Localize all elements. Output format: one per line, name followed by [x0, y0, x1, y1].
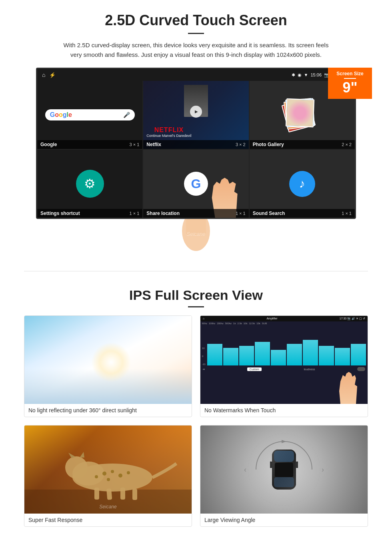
- netflix-brand: NETFLIX: [146, 126, 191, 134]
- view-arrow-left: ‹: [244, 466, 246, 474]
- caption-cheetah: Super Fast Response: [24, 514, 192, 526]
- caption-amplifier: No Watermarks When Touch: [200, 404, 368, 417]
- usb-icon: ⚡: [49, 72, 56, 78]
- share-label: Share location 1 × 1: [143, 209, 248, 218]
- settings-label: Settings shortcut 1 × 1: [37, 209, 142, 218]
- netflix-app-name: Netflix: [146, 142, 161, 147]
- svg-rect-24: [274, 477, 294, 487]
- netflix-label: Netflix 3 × 2: [143, 140, 248, 149]
- svg-rect-26: [270, 462, 272, 468]
- svg-rect-15: [106, 488, 112, 500]
- play-button[interactable]: [190, 106, 202, 118]
- settings-app-size: 1 × 1: [130, 211, 140, 216]
- svg-point-13: [95, 475, 98, 478]
- view-arrow-right: ›: [322, 466, 324, 474]
- amp-bar-10: [351, 344, 366, 365]
- hand-pointing-svg: [164, 219, 228, 251]
- svg-rect-27: [296, 462, 298, 468]
- wifi-icon: ▼: [304, 72, 308, 77]
- location-icon: ◉: [298, 72, 302, 78]
- svg-point-12: [107, 478, 110, 481]
- svg-rect-17: [132, 489, 137, 500]
- app-cell-settings[interactable]: ⚙ Settings shortcut 1 × 1: [37, 150, 142, 218]
- amp-bar-8: [319, 346, 334, 365]
- google-app-name: Google: [40, 142, 57, 147]
- section1-description: With 2.5D curved-display screen, this de…: [60, 40, 332, 60]
- amp-bar-5: [271, 350, 286, 365]
- amp-time: 17:33 📷 🔊 ✕ ▢ ↺: [340, 317, 365, 320]
- google-mic-icon: 🎤: [123, 112, 130, 118]
- car-top: [270, 444, 298, 496]
- settings-icon-circle: ⚙: [76, 170, 104, 198]
- gear-icon: ⚙: [84, 176, 96, 191]
- share-app-size: 1 × 1: [236, 211, 246, 216]
- amp-bar-1: [207, 344, 222, 365]
- sound-app-size: 1 × 1: [342, 211, 352, 216]
- status-left: ⌂ ⚡: [42, 72, 56, 78]
- section1-divider: [188, 33, 204, 34]
- share-app-name: Share location: [146, 211, 180, 216]
- app-cell-google[interactable]: Google 🎤 Google 3 × 1: [37, 81, 142, 149]
- app-cell-netflix[interactable]: NETFLIX Continue Marvel's Daredevil Netf…: [143, 81, 248, 149]
- amp-bar-3: [239, 346, 254, 365]
- amp-bar-2: [223, 348, 238, 365]
- caption-car: Large Viewing Angle: [200, 514, 368, 526]
- amp-bottom-controls: ‹‹ Custom loudness: [200, 365, 368, 373]
- amp-bar-4: [255, 342, 270, 365]
- section-divider: [24, 271, 368, 271]
- section-ips: IPS Full Screen View No light reflecting…: [0, 283, 392, 539]
- settings-app-name: Settings shortcut: [40, 211, 80, 216]
- image-card-amplifier: ⌂ Amplifier 17:33 📷 🔊 ✕ ▢ ↺ 60hz100hz200…: [200, 315, 368, 417]
- amp-bars: 100-10: [200, 325, 368, 365]
- svg-point-10: [118, 474, 122, 478]
- status-bar: ⌂ ⚡ ✱ ◉ ▼ 15:06 📷 🔊 ✕ ▢: [37, 69, 355, 81]
- sound-label: Sound Search 1 × 1: [250, 209, 355, 218]
- amp-bar-9: [335, 348, 350, 365]
- google-label: Google 3 × 1: [37, 140, 142, 149]
- google-logo: Google: [50, 111, 72, 118]
- google-app-size: 3 × 1: [130, 142, 140, 147]
- photo-stack: [286, 99, 318, 131]
- seicane-watermark: Seicane: [99, 504, 116, 510]
- car-view-container: ‹ ›: [244, 430, 324, 510]
- amp-status-bar: ⌂ Amplifier 17:33 📷 🔊 ✕ ▢ ↺: [200, 316, 368, 321]
- car-body-svg: [270, 444, 298, 496]
- svg-point-5: [65, 456, 88, 479]
- image-card-car: ‹ › Large Viewing Angle: [200, 425, 368, 527]
- google-search-bar[interactable]: Google 🎤: [45, 109, 135, 120]
- image-sky: [24, 316, 192, 404]
- svg-rect-16: [120, 488, 125, 500]
- caption-sky: No light reflecting under 360° direct su…: [24, 404, 192, 417]
- image-amplifier: ⌂ Amplifier 17:33 📷 🔊 ✕ ▢ ↺ 60hz100hz200…: [200, 316, 368, 404]
- device-wrapper: Screen Size 9" ⌂ ⚡ ✱ ◉ ▼ 15:06 📷 🔊: [32, 68, 360, 251]
- badge-line: [344, 78, 356, 79]
- photo-card-4: [286, 98, 314, 127]
- amp-hand: [336, 372, 360, 404]
- amp-bar-7: [303, 340, 318, 365]
- image-cheetah: Seicane: [24, 426, 192, 514]
- maps-icon: G: [184, 172, 208, 196]
- svg-rect-14: [94, 488, 99, 500]
- app-grid: Google 🎤 Google 3 × 1 NETFLIX: [37, 81, 355, 218]
- app-cell-share[interactable]: G Share location 1 × 1: [143, 150, 248, 218]
- gallery-label: Photo Gallery 2 × 2: [250, 140, 355, 149]
- section-curved-screen: 2.5D Curved Touch Screen With 2.5D curve…: [0, 0, 392, 259]
- amp-custom-btn: Custom: [247, 367, 262, 371]
- screen-size-badge: Screen Size 9": [328, 68, 372, 99]
- section2-title: IPS Full Screen View: [24, 287, 368, 303]
- netflix-overlay: NETFLIX Continue Marvel's Daredevil: [146, 126, 191, 138]
- image-card-cheetah: Seicane Super Fast Response: [24, 425, 192, 527]
- gallery-app-size: 2 × 2: [342, 142, 352, 147]
- maps-icon-wrapper: G: [184, 172, 208, 196]
- svg-marker-7: [80, 452, 84, 458]
- app-cell-sound[interactable]: ♪ Sound Search 1 × 1: [250, 150, 355, 218]
- bluetooth-icon: ✱: [292, 72, 295, 78]
- photo-flower: [286, 99, 314, 126]
- netflix-subtitle: Continue Marvel's Daredevil: [146, 134, 191, 138]
- gallery-app-name: Photo Gallery: [253, 142, 284, 147]
- badge-title: Screen Size: [330, 71, 370, 76]
- svg-point-8: [102, 472, 106, 476]
- amp-freq-labels: 60hz100hz200hz500hz1k2.5k10k12.5k15kSUB: [200, 321, 368, 325]
- sound-icon-circle: ♪: [289, 171, 315, 197]
- netflix-app-size: 3 × 2: [236, 142, 246, 147]
